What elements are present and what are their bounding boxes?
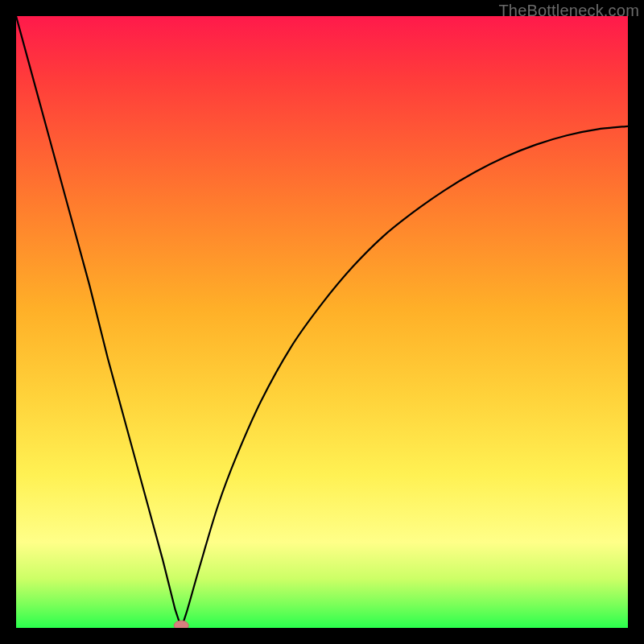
- optimal-point-marker: [174, 621, 188, 628]
- bottleneck-chart: [16, 16, 628, 628]
- gradient-background: [16, 16, 628, 628]
- chart-frame: [16, 16, 628, 628]
